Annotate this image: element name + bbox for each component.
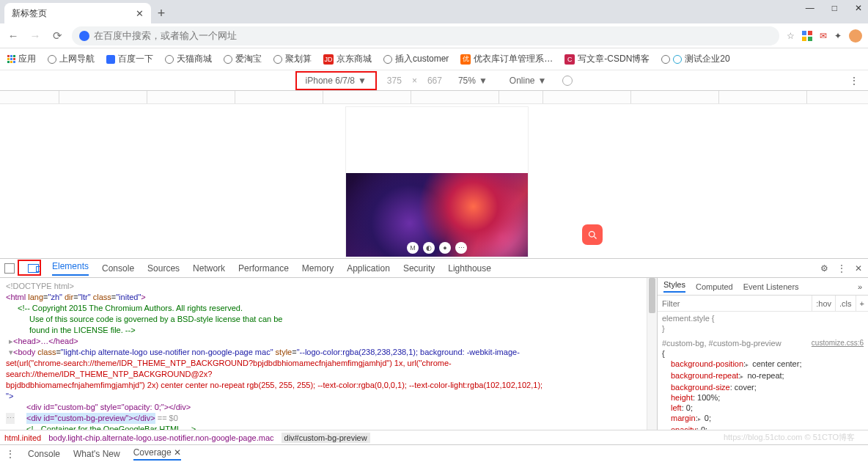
drawer-console[interactable]: Console <box>28 449 60 459</box>
bookmark-item[interactable]: C写文章-CSDN博客 <box>564 53 650 65</box>
css-source-link[interactable]: customize.css:6 <box>812 338 864 348</box>
page-background: M ◐ ● ⋯ <box>346 173 528 257</box>
globe-icon <box>48 55 56 64</box>
close-devtools-icon[interactable]: ✕ <box>855 263 862 274</box>
chevron-down-icon: ▼ <box>538 76 547 86</box>
styles-filter-input[interactable] <box>658 299 812 308</box>
bookmark-item[interactable]: 百度一下 <box>106 53 153 65</box>
tab-sources[interactable]: Sources <box>147 263 180 274</box>
styles-panel: Styles Computed Event Listeners » :hov .… <box>657 278 868 430</box>
drawer-coverage[interactable]: Coverage ✕ <box>133 447 181 461</box>
device-toggle-highlight <box>18 260 41 276</box>
bookmark-star-icon[interactable]: ☆ <box>787 31 795 41</box>
bookmarks-bar: 应用 上网导航 百度一下 天猫商城 爱淘宝 聚划算 JD京东商城 插入custo… <box>0 48 868 70</box>
devtools-body: <!DOCTYPE html> <html lang="zh" dir="ltr… <box>0 278 868 430</box>
more-tabs-icon[interactable]: » <box>858 282 862 291</box>
dock-icon[interactable]: ● <box>439 242 451 254</box>
breadcrumb-item[interactable]: div#custom-bg-preview <box>282 433 370 443</box>
tab-application[interactable]: Application <box>347 263 390 274</box>
minimize-button[interactable]: — <box>806 3 814 13</box>
tab-lighthouse[interactable]: Lighthouse <box>448 263 491 274</box>
tab-memory[interactable]: Memory <box>302 263 334 274</box>
tab-computed[interactable]: Computed <box>696 282 733 291</box>
omnibox[interactable]: 在百度中搜索，或者输入一个网址 <box>72 26 779 45</box>
svg-rect-3 <box>808 37 812 41</box>
throttle-select[interactable]: Online ▼ <box>504 73 553 88</box>
reload-button[interactable]: ⟳ <box>50 29 65 43</box>
bookmark-item[interactable]: 测试企业20 <box>661 53 729 65</box>
kebab-icon[interactable]: ⋮ <box>6 449 15 459</box>
dock-icon[interactable]: ⋯ <box>455 242 467 254</box>
bookmark-item[interactable]: 插入customer <box>383 53 449 65</box>
scrollbar[interactable] <box>647 278 657 430</box>
tab-network[interactable]: Network <box>193 263 225 274</box>
new-rule-button[interactable]: + <box>856 296 868 311</box>
drawer-whatsnew[interactable]: What's New <box>73 449 120 459</box>
svg-rect-2 <box>802 37 806 41</box>
apps-shortcut[interactable]: 应用 <box>7 53 36 65</box>
forward-button[interactable]: → <box>28 29 43 42</box>
address-bar: ← → ⟳ 在百度中搜索，或者输入一个网址 ☆ ✉ ✦ <box>0 23 868 48</box>
tab-event-listeners[interactable]: Event Listeners <box>743 282 799 291</box>
tab-performance[interactable]: Performance <box>238 263 289 274</box>
svg-line-5 <box>594 236 596 238</box>
back-button[interactable]: ← <box>6 29 21 42</box>
search-fab[interactable] <box>582 224 603 245</box>
device-viewport: M ◐ ● ⋯ <box>0 104 868 268</box>
settings-gear-icon[interactable]: ⚙ <box>820 263 828 274</box>
kebab-icon[interactable]: ⋮ <box>837 263 846 274</box>
device-select-highlight: iPhone 6/7/8 ▼ <box>295 71 377 90</box>
device-ruler <box>0 91 868 104</box>
breadcrumb-item[interactable]: body.light-chip.alternate-logo.use-notif… <box>48 433 273 442</box>
globe-icon <box>273 55 282 64</box>
inspect-icon[interactable] <box>4 263 15 274</box>
jd-icon: JD <box>323 54 334 65</box>
gear-icon <box>673 55 682 64</box>
device-frame[interactable]: M ◐ ● ⋯ <box>346 107 528 257</box>
devtools-drawer: ⋮ Console What's New Coverage ✕ <box>0 444 868 462</box>
hov-toggle[interactable]: :hov <box>812 296 835 311</box>
profile-avatar[interactable] <box>849 29 862 43</box>
dock-icon[interactable]: M <box>407 242 419 254</box>
bookmark-item[interactable]: 优优衣库订单管理系… <box>460 53 553 65</box>
tab-elements[interactable]: Elements <box>52 261 89 276</box>
bookmark-item[interactable]: 上网导航 <box>48 53 95 65</box>
styles-filter-row: :hov .cls + <box>658 296 868 312</box>
chevron-down-icon: ▼ <box>358 76 367 86</box>
styles-tabs: Styles Computed Event Listeners » <box>658 278 868 296</box>
tab-strip: 新标签页 ✕ + <box>0 0 868 23</box>
rotate-icon[interactable] <box>562 76 573 86</box>
svg-point-4 <box>589 231 595 237</box>
maximize-button[interactable]: □ <box>832 3 837 13</box>
device-width[interactable]: 375 <box>387 76 402 86</box>
csdn-icon: C <box>564 54 575 65</box>
device-select[interactable]: iPhone 6/7/8 ▼ <box>300 73 372 88</box>
css-rules[interactable]: element.style { } customize.css:6#custom… <box>658 312 868 430</box>
device-height[interactable]: 667 <box>427 76 442 86</box>
browser-tab[interactable]: 新标签页 ✕ <box>4 3 151 23</box>
chevron-down-icon: ▼ <box>479 76 488 86</box>
bookmark-item[interactable]: JD京东商城 <box>323 53 372 65</box>
tab-console[interactable]: Console <box>102 263 134 274</box>
gmail-icon[interactable]: ✉ <box>820 31 827 41</box>
dims-x: × <box>412 76 417 86</box>
bookmark-item[interactable]: 爱淘宝 <box>224 53 262 65</box>
google-apps-icon[interactable] <box>802 31 812 41</box>
breadcrumb-item[interactable]: html.inited <box>4 433 41 442</box>
dock-icon[interactable]: ◐ <box>423 242 435 254</box>
new-tab-button[interactable]: + <box>151 3 172 23</box>
close-tab-icon[interactable]: ✕ <box>136 8 144 19</box>
tab-security[interactable]: Security <box>403 263 435 274</box>
elements-panel[interactable]: <!DOCTYPE html> <html lang="zh" dir="ltr… <box>0 278 657 430</box>
bookmark-item[interactable]: 天猫商城 <box>165 53 212 65</box>
extensions-icon[interactable]: ✦ <box>834 31 842 41</box>
zoom-select[interactable]: 75% ▼ <box>452 73 493 88</box>
apps-icon <box>7 55 15 63</box>
site-icon <box>79 31 89 41</box>
close-window-button[interactable]: ✕ <box>855 3 862 13</box>
kebab-icon[interactable]: ⋮ <box>849 75 859 87</box>
watermark: https://blog.51cto.com © 51CTO博客 <box>724 432 855 443</box>
bookmark-item[interactable]: 聚划算 <box>273 53 312 65</box>
cls-toggle[interactable]: .cls <box>835 296 856 311</box>
tab-styles[interactable]: Styles <box>663 280 685 293</box>
